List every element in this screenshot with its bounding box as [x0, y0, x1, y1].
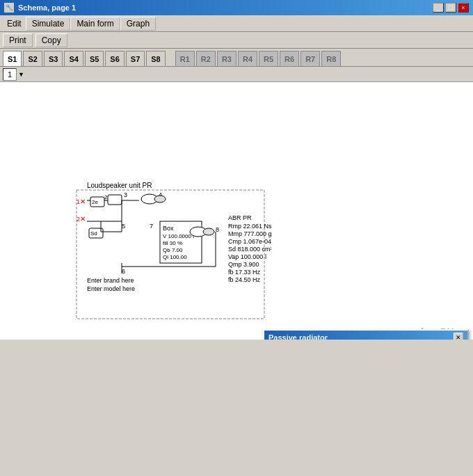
svg-text:Rmp   22.061  Ns/m: Rmp 22.061 Ns/m — [228, 223, 271, 230]
maximize-button[interactable]: □ — [445, 3, 456, 13]
svg-text:Sd: Sd — [90, 230, 97, 237]
tab-s4[interactable]: S4 — [64, 51, 83, 66]
tab-s7[interactable]: S7 — [126, 51, 145, 66]
tab-r6[interactable]: R6 — [280, 51, 299, 66]
copy-button[interactable]: Copy — [35, 33, 67, 47]
menu-bar: Edit Simulate Main form Graph — [0, 15, 473, 32]
tab-r5[interactable]: R5 — [259, 51, 278, 66]
svg-text:Qmp     3.900: Qmp 3.900 — [228, 261, 259, 268]
print-button[interactable]: Print — [3, 33, 33, 47]
tab-r4[interactable]: R4 — [238, 51, 257, 66]
svg-text:Box: Box — [163, 225, 174, 232]
svg-rect-11 — [108, 195, 122, 205]
svg-text:fb      24.50   Hz: fb 24.50 Hz — [228, 276, 261, 283]
svg-text:Sd    818.000  cm²: Sd 818.000 cm² — [228, 246, 271, 253]
dialog-title-text: Passive radiator — [268, 333, 328, 340]
tab-s2[interactable]: S2 — [23, 51, 42, 66]
svg-text:8: 8 — [216, 226, 219, 233]
window-title: Schema, page 1 — [18, 3, 76, 12]
tab-r2[interactable]: R2 — [196, 51, 216, 66]
tab-s5[interactable]: S5 — [85, 51, 104, 66]
menu-edit[interactable]: Edit — [3, 17, 26, 30]
menu-graph[interactable]: Graph — [120, 17, 156, 31]
svg-text:5: 5 — [122, 223, 125, 230]
svg-text:Ql  100.00: Ql 100.00 — [163, 254, 187, 260]
svg-text:6: 6 — [122, 268, 125, 275]
tab-bar: S1 S2 S3 S4 S5 S6 S7 S8 R1 R2 R3 R4 R5 R… — [0, 49, 473, 67]
passive-radiator-dialog: Passive radiator ✕ ABR PR Ref to... Show… — [263, 329, 469, 340]
svg-point-15 — [154, 196, 166, 203]
close-button[interactable]: × — [458, 3, 469, 13]
svg-text:Mmp  777.000  g: Mmp 777.000 g — [228, 230, 271, 237]
svg-text:Qb    7.00: Qb 7.00 — [163, 247, 183, 253]
title-bar: 🔧 Schema, page 1 _ □ × — [0, 0, 473, 15]
main-canvas: Loudspeaker unit PR 1 2 ✕ ✕ 2e 2m 3 4 Sd — [0, 82, 473, 340]
svg-text:✕: ✕ — [80, 215, 86, 223]
dialog-title-bar[interactable]: Passive radiator ✕ — [264, 331, 467, 340]
svg-text:fill   30 %: fill 30 % — [163, 240, 182, 246]
tab-r1[interactable]: R1 — [175, 51, 195, 66]
toolbar: Print Copy — [0, 32, 473, 49]
svg-text:fb      17.33   Hz: fb 17.33 Hz — [228, 269, 261, 276]
tab-r7[interactable]: R7 — [300, 51, 320, 66]
minimize-button[interactable]: _ — [433, 3, 444, 13]
page-number-input[interactable] — [3, 68, 17, 81]
menu-main-form[interactable]: Main form — [70, 17, 120, 31]
svg-text:2e: 2e — [92, 199, 98, 205]
app-icon: 🔧 — [4, 3, 14, 13]
svg-text:7: 7 — [150, 223, 153, 230]
svg-text:Vap  100.000  l: Vap 100.000 l — [228, 253, 266, 260]
svg-text:Enter model here: Enter model here — [87, 285, 135, 292]
svg-text:Cmp 1.067e-04 m/N: Cmp 1.067e-04 m/N — [228, 238, 271, 245]
svg-text:Enter brand here: Enter brand here — [87, 277, 134, 284]
menu-simulate[interactable]: Simulate — [26, 17, 71, 31]
tab-s3[interactable]: S3 — [44, 51, 63, 66]
tab-r3[interactable]: R3 — [217, 51, 236, 66]
svg-text:ABR PR: ABR PR — [228, 214, 252, 221]
tab-r8[interactable]: R8 — [321, 51, 341, 66]
svg-text:V 100.0000 l: V 100.0000 l — [163, 233, 194, 239]
svg-text:✕: ✕ — [80, 198, 86, 205]
schema-diagram: Loudspeaker unit PR 1 2 ✕ ✕ 2e 2m 3 4 Sd — [0, 82, 271, 340]
loudspeaker-label: Loudspeaker unit PR — [87, 182, 152, 189]
page-area: ▼ — [0, 67, 473, 82]
page-down-arrow[interactable]: ▼ — [18, 71, 24, 78]
tab-s1[interactable]: S1 — [3, 51, 22, 66]
window-controls: _ □ × — [433, 3, 469, 13]
tab-s6[interactable]: S6 — [105, 51, 124, 66]
svg-text:3: 3 — [124, 191, 127, 198]
dialog-close-button[interactable]: ✕ — [454, 333, 463, 340]
svg-point-31 — [203, 228, 214, 235]
tab-s8[interactable]: S8 — [146, 51, 165, 66]
